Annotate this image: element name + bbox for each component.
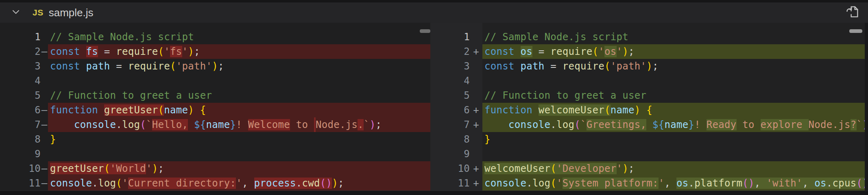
go-to-file-button[interactable] [844, 4, 861, 22]
diff-sign [41, 74, 48, 88]
original-code-lines: 1// Sample Node.js script2–const fs = re… [0, 30, 430, 191]
line-number: 7 [0, 117, 41, 132]
line-number: 3 [0, 59, 41, 74]
diff-sign [470, 59, 482, 74]
diff-sign: – [41, 176, 48, 191]
diff-sign: + [470, 117, 482, 132]
code-text: const path = require('path'); [48, 59, 430, 74]
diff-sign [41, 30, 48, 44]
file-name-label: sample.js [49, 6, 94, 19]
code-line[interactable]: 6+function welcomeUser(name) { [430, 103, 868, 117]
diff-sign [41, 147, 48, 161]
code-line[interactable]: 11+console.log('System platform:', os.pl… [430, 176, 868, 191]
diff-sign: + [470, 176, 482, 191]
line-number: 3 [430, 59, 470, 74]
line-number: 5 [430, 88, 470, 103]
diff-sign: – [41, 117, 48, 132]
code-line[interactable]: 1// Sample Node.js script [0, 30, 430, 44]
overview-ruler [865, 23, 868, 191]
code-line[interactable]: 4 [0, 74, 430, 88]
diff-sign: – [41, 161, 48, 176]
line-number: 8 [430, 132, 470, 147]
diff-sign [470, 132, 482, 147]
code-line[interactable]: 5// Function to greet a user [430, 88, 868, 103]
code-text: // Sample Node.js script [482, 30, 868, 44]
code-text: console.log(`Hello, ${name}! Welcome to … [48, 117, 430, 132]
code-line[interactable]: 3const path = require('path'); [0, 59, 430, 74]
diff-sign [470, 30, 482, 44]
line-number: 11 [0, 176, 41, 191]
line-number: 11 [430, 176, 470, 191]
diff-sign [470, 88, 482, 103]
code-line[interactable]: 4 [430, 74, 868, 88]
code-line[interactable]: 7– console.log(`Hello, ${name}! Welcome … [0, 117, 430, 132]
code-line[interactable]: 2+const os = require('os'); [430, 44, 868, 59]
code-line[interactable]: 9 [430, 147, 868, 161]
diff-sign [470, 74, 482, 88]
diff-sign: + [470, 161, 482, 176]
line-number: 4 [0, 74, 41, 88]
line-number: 7 [430, 117, 470, 132]
code-text [482, 147, 868, 161]
code-text [48, 74, 430, 88]
code-line[interactable]: 6–function greetUser(name) { [0, 103, 430, 117]
code-text [48, 147, 430, 161]
bottom-divider [0, 191, 868, 195]
code-text: function greetUser(name) { [48, 103, 430, 117]
line-number: 2 [430, 44, 470, 59]
code-line[interactable]: 10–greetUser('World'); [0, 161, 430, 176]
code-text: // Function to greet a user [482, 88, 868, 103]
diff-sign: – [41, 44, 48, 59]
code-text: function welcomeUser(name) { [482, 103, 868, 117]
code-line[interactable]: 5// Function to greet a user [0, 88, 430, 103]
code-line[interactable]: 1// Sample Node.js script [430, 30, 868, 44]
diff-sign [41, 132, 48, 147]
diff-sign [41, 59, 48, 74]
code-text: } [482, 132, 868, 147]
code-text: // Sample Node.js script [48, 30, 430, 44]
modified-code-lines: 1// Sample Node.js script2+const os = re… [430, 30, 868, 191]
code-line[interactable]: 3const path = require('path'); [430, 59, 868, 74]
diff-header: JS sample.js [0, 2, 868, 23]
chevron-down-icon [10, 6, 22, 19]
line-number: 6 [430, 103, 470, 117]
line-number: 10 [0, 161, 41, 176]
diff-sign: + [470, 103, 482, 117]
code-line[interactable]: 8} [430, 132, 868, 147]
diff-sign: – [41, 103, 48, 117]
code-text: const fs = require('fs'); [48, 44, 430, 59]
code-text: console.log('Current directory:', proces… [48, 176, 430, 191]
diff-editor-widget: JS sample.js 1// Sample Node.js script2–… [0, 0, 868, 195]
code-line[interactable]: 7+ console.log(`Greetings, ${name}! Read… [430, 117, 868, 132]
diff-body: 1// Sample Node.js script2–const fs = re… [0, 23, 868, 191]
code-line[interactable]: 10+welcomeUser('Developer'); [430, 161, 868, 176]
collapse-button[interactable] [10, 6, 22, 19]
code-text [482, 74, 868, 88]
go-to-file-icon [845, 4, 860, 21]
code-text: console.log('System platform:', os.platf… [482, 176, 868, 191]
line-number: 6 [0, 103, 41, 117]
left-scrollbar-slider[interactable] [420, 29, 430, 33]
line-number: 4 [430, 74, 470, 88]
line-number: 1 [430, 30, 470, 44]
original-editor-pane: 1// Sample Node.js script2–const fs = re… [0, 23, 430, 191]
code-text: } [48, 132, 430, 147]
diff-sign [470, 147, 482, 161]
modified-editor-pane: 1// Sample Node.js script2+const os = re… [430, 23, 868, 191]
line-number: 5 [0, 88, 41, 103]
code-line[interactable]: 8} [0, 132, 430, 147]
line-number: 8 [0, 132, 41, 147]
line-number: 2 [0, 44, 41, 59]
code-line[interactable]: 11–console.log('Current directory:', pro… [0, 176, 430, 191]
code-line[interactable]: 9 [0, 147, 430, 161]
code-text: greetUser('World'); [48, 161, 430, 176]
code-text: const path = require('path'); [482, 59, 868, 74]
line-number: 9 [430, 147, 470, 161]
code-line[interactable]: 2–const fs = require('fs'); [0, 44, 430, 59]
right-scrollbar-slider[interactable] [849, 29, 862, 33]
code-text: welcomeUser('Developer'); [482, 161, 868, 176]
code-text: // Function to greet a user [48, 88, 430, 103]
code-text: console.log(`Greetings, ${name}! Ready t… [482, 117, 868, 132]
diff-sign: + [470, 44, 482, 59]
line-number: 9 [0, 147, 41, 161]
